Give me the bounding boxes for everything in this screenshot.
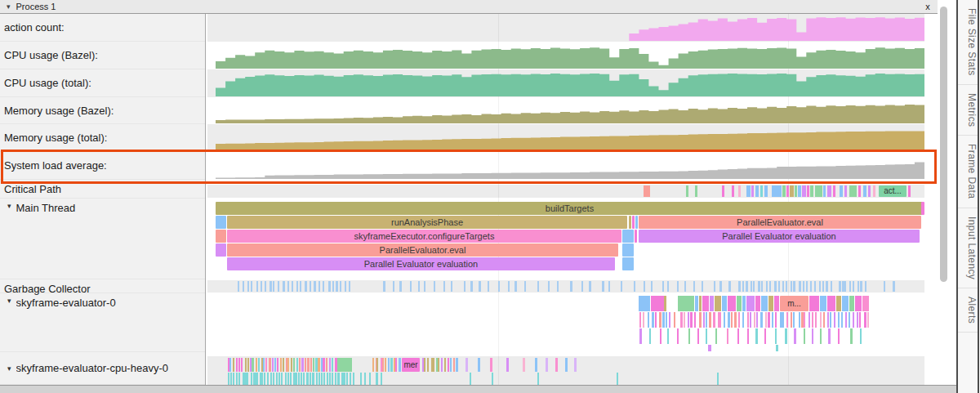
trace-tick [369, 373, 371, 385]
slice-block[interactable] [632, 216, 635, 229]
counter-chart-mem-total[interactable] [207, 124, 924, 152]
trace-tick [758, 281, 760, 292]
trace-tick [410, 281, 412, 292]
slice-block[interactable] [622, 257, 634, 270]
track-label-sys-load[interactable]: System load average: [0, 152, 205, 180]
trace-tick [693, 281, 695, 292]
trace-tick [272, 358, 274, 372]
slice-block[interactable] [629, 216, 631, 229]
trace-tick [381, 373, 382, 385]
trace-tick [548, 281, 550, 292]
slice-block[interactable] [216, 216, 226, 229]
critical-path-tick [858, 185, 861, 197]
track-label-cpu-total[interactable]: CPU usage (total): [0, 69, 205, 97]
trace-tick [742, 312, 744, 328]
critical-path-badge[interactable]: act... [879, 185, 906, 197]
slice-block[interactable] [216, 243, 226, 257]
trace-tick [688, 328, 690, 344]
horizontal-scrollbar[interactable] [0, 385, 959, 393]
trace-tick [535, 358, 537, 372]
trace-tick [652, 312, 654, 328]
trace-tick [822, 281, 824, 292]
trace-tick [328, 281, 331, 292]
track-label-main-thread[interactable]: ▾Main Thread [0, 199, 205, 279]
track-label-mem-bazel[interactable]: Memory usage (Bazel): [0, 97, 205, 124]
slice-runAnalysisPhase[interactable]: runAnalysisPhase [227, 216, 627, 229]
track-label-text: skyframe-evaluator-0 [16, 297, 116, 309]
track-label-mem-total[interactable]: Memory usage (total): [0, 124, 205, 152]
tab-file-size-stats[interactable]: File Size Stats [958, 0, 978, 85]
evaluator0-slice [827, 296, 835, 311]
trace-tick [849, 281, 851, 292]
trace-tick [786, 312, 788, 328]
evaluator0-slice [742, 296, 746, 311]
trace-tick [708, 345, 711, 351]
track-label-gc[interactable]: Garbage Collector [0, 279, 205, 293]
tab-input-latency[interactable]: Input Latency [958, 208, 978, 288]
slice-skyframeExecutor.configureTargets[interactable]: skyframeExecutor.configureTargets [227, 230, 621, 243]
evaluator0-slice [849, 296, 854, 311]
trace-tick [434, 281, 435, 292]
trace-tick [296, 358, 298, 372]
track-label-text: System load average: [4, 159, 107, 172]
evaluator0-badge[interactable]: m... [780, 296, 808, 311]
slice-Parallel Evaluator evaluation[interactable]: Parallel Evaluator evaluation [227, 257, 615, 270]
track-label-eval0[interactable]: ▾skyframe-evaluator-0 [0, 293, 205, 352]
trace-tick [514, 281, 517, 292]
slice-block[interactable] [921, 202, 924, 215]
critical-path-tick [868, 185, 871, 197]
trace-tick [399, 281, 402, 292]
trace-tick [791, 312, 792, 328]
timeline-track-area[interactable]: act...buildTargetsrunAnalysisPhaseParall… [207, 0, 924, 385]
trace-tick [450, 358, 452, 372]
critical-path-tick [827, 185, 831, 197]
trace-tick [703, 312, 705, 328]
trace-tick [252, 358, 254, 372]
slice-block[interactable] [622, 243, 634, 257]
tab-metrics[interactable]: Metrics [958, 85, 978, 136]
counter-chart-cpu-bazel[interactable] [207, 42, 924, 69]
track-label-action-count[interactable]: action count: [0, 14, 205, 42]
collapse-arrow-icon[interactable]: ▾ [7, 297, 11, 305]
trace-viewer-window: ▾ Process 1 x action count:CPU usage (Ba… [0, 0, 980, 393]
tab-frame-data[interactable]: Frame Data [958, 136, 978, 208]
evaluator0-slice [737, 296, 742, 311]
trace-tick [666, 312, 667, 328]
trace-tick [820, 328, 822, 344]
slice-Parallel Evaluator evaluation[interactable]: Parallel Evaluator evaluation [639, 230, 920, 243]
trace-tick [265, 358, 267, 372]
counter-chart-mem-bazel[interactable] [207, 97, 924, 124]
track-label-cpu-heavy[interactable]: ▾skyframe-evaluator-cpu-heavy-0 [0, 352, 205, 385]
collapse-arrow-icon[interactable]: ▾ [7, 202, 11, 210]
collapse-arrow-icon[interactable]: ▾ [7, 364, 11, 373]
counter-chart-sys-load[interactable] [207, 152, 924, 180]
critical-path-tick [790, 185, 794, 197]
window-edge [978, 0, 979, 393]
trace-tick [300, 281, 301, 292]
counter-chart-action-count[interactable] [207, 14, 924, 42]
track-label-cpu-bazel[interactable]: CPU usage (Bazel): [0, 42, 205, 69]
slice-buildTargets[interactable]: buildTargets [216, 202, 924, 215]
trace-tick [674, 312, 675, 328]
slice-ParallelEvaluator.eval[interactable]: ParallelEvaluator.eval [639, 216, 921, 229]
critical-path-tick [746, 185, 751, 197]
slice-ParallelEvaluator.eval[interactable]: ParallelEvaluator.eval [227, 243, 618, 257]
track-label-critical-path[interactable]: Critical Path [0, 180, 205, 199]
trace-tick [834, 312, 835, 328]
cpu-heavy-badge[interactable]: mer [402, 358, 420, 372]
slice-block[interactable] [635, 216, 638, 229]
track-label-text: Memory usage (Bazel): [4, 105, 114, 117]
trace-tick [441, 358, 443, 372]
slice-block[interactable] [635, 230, 637, 243]
critical-path-tick [849, 185, 857, 197]
slice-block[interactable] [622, 230, 634, 243]
trace-tick [332, 373, 333, 385]
tab-alerts[interactable]: Alerts [958, 288, 978, 333]
vertical-scrollbar[interactable] [940, 7, 947, 282]
slice-block[interactable] [216, 230, 226, 243]
trace-tick [677, 328, 679, 344]
critical-path-tick [722, 185, 724, 197]
counter-chart-cpu-total[interactable] [207, 69, 924, 97]
trace-tick [456, 358, 458, 372]
collapse-arrow-icon[interactable]: ▾ [7, 2, 11, 11]
